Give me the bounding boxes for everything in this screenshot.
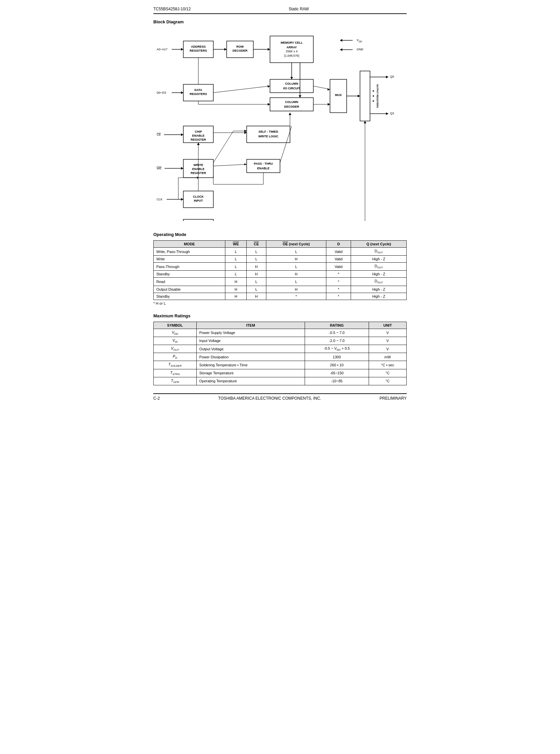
svg-text:ARRAY: ARRAY <box>286 46 297 49</box>
svg-text:256K x 4: 256K x 4 <box>286 49 298 53</box>
footer-company: TOSHIBA AMERICA ELECTRONIC COMPONENTS, I… <box>218 396 321 401</box>
table-row: Write, Pass-Through L L L Valid DOUT <box>154 248 407 256</box>
svg-line-84 <box>213 164 247 166</box>
svg-marker-100 <box>197 143 200 145</box>
svg-marker-50 <box>358 95 360 97</box>
svg-text:GND: GND <box>357 48 364 51</box>
col-mode: MODE <box>154 241 225 248</box>
col-oe: OE (next Cycle) <box>266 241 326 248</box>
svg-text:ADDRESS: ADDRESS <box>191 45 206 48</box>
table-row: VOUT Output Voltage -0.5 ~ VDD + 0.5 V <box>154 345 407 353</box>
svg-marker-10 <box>224 48 227 51</box>
svg-marker-80 <box>181 167 183 170</box>
svg-text:MUX: MUX <box>335 93 342 97</box>
svg-rect-27 <box>270 98 313 111</box>
svg-text:CLOCK: CLOCK <box>193 195 204 198</box>
page-footer: C-2 TOSHIBA AMERICA ELECTRONIC COMPONENT… <box>153 393 407 401</box>
operating-mode-table: MODE WE CE OE (next Cycle) D Q (next Cyc… <box>153 240 407 300</box>
svg-text:ENABLE: ENABLE <box>257 167 269 170</box>
col-d: D <box>326 241 351 248</box>
svg-marker-20 <box>340 39 342 42</box>
table-row: TSTRG Storage Temperature -65~150 °C <box>154 369 407 377</box>
svg-marker-118 <box>299 95 301 98</box>
table-row: Write L L H Valid High - Z <box>154 256 407 263</box>
svg-text:DECODER: DECODER <box>284 105 299 108</box>
table-row: Read H L L * DOUT <box>154 278 407 286</box>
svg-text:ENABLE: ENABLE <box>192 134 204 137</box>
col-rating: RATING <box>305 322 369 329</box>
svg-rect-11 <box>270 36 313 63</box>
table-row: Pass-Through L H L Valid DOUT <box>154 263 407 271</box>
svg-marker-17 <box>268 48 270 51</box>
svg-rect-47 <box>360 71 370 121</box>
svg-line-86 <box>213 131 233 163</box>
max-ratings-section: Maximum Ratings SYMBOL ITEM RATING UNIT … <box>153 313 407 385</box>
svg-text:WRITE LOGIC: WRITE LOGIC <box>258 135 278 138</box>
svg-marker-85 <box>244 163 247 165</box>
svg-line-39 <box>213 86 270 93</box>
block-diagram-section: Block Diagram ADDRESS REGISTERS A0~A17 R… <box>153 19 407 222</box>
col-symbol: SYMBOL <box>154 322 197 329</box>
max-ratings-title: Maximum Ratings <box>153 313 407 318</box>
svg-text:I/O CIRCUIT: I/O CIRCUIT <box>283 87 301 90</box>
svg-marker-88 <box>244 130 247 132</box>
svg-text:COLUMN: COLUMN <box>285 100 298 104</box>
svg-marker-98 <box>181 198 183 201</box>
operating-mode-section: Operating Mode MODE WE CE OE (next Cycle… <box>153 232 407 305</box>
svg-text:REGISTERS: REGISTERS <box>190 49 207 52</box>
table-row: VDD Power Supply Voltage -0.5 ~ 7.0 V <box>154 329 407 337</box>
svg-text:CHIP: CHIP <box>195 130 202 133</box>
col-ce: CE <box>246 241 266 248</box>
svg-marker-32 <box>268 103 270 106</box>
svg-text:Q0: Q0 <box>390 75 394 78</box>
col-item: ITEM <box>196 322 305 329</box>
svg-text:OUTPUT REGISTERS: OUTPUT REGISTERS <box>376 84 379 108</box>
svg-marker-73 <box>289 113 291 115</box>
svg-text:INPUT: INPUT <box>194 199 203 202</box>
svg-text:Q3: Q3 <box>390 112 394 115</box>
svg-text:D0~D3: D0~D3 <box>157 91 166 94</box>
svg-rect-81 <box>247 159 280 173</box>
svg-point-58 <box>373 95 374 97</box>
svg-text:A0~A17: A0~A17 <box>157 48 167 51</box>
svg-text:DECODER: DECODER <box>232 49 248 52</box>
operating-mode-title: Operating Mode <box>153 232 407 237</box>
table-row: TOPR Operating Temperature -10~85 °C <box>154 377 407 385</box>
table-row: Standby L H H * High - Z <box>154 271 407 278</box>
svg-text:PASS - THRU: PASS - THRU <box>254 162 273 165</box>
svg-text:WE: WE <box>157 167 162 170</box>
svg-text:CLK: CLK <box>157 198 163 201</box>
svg-rect-67 <box>247 126 290 143</box>
svg-text:ROW: ROW <box>236 45 244 48</box>
max-ratings-table: SYMBOL ITEM RATING UNIT VDD Power Supply… <box>153 322 407 385</box>
block-diagram-title: Block Diagram <box>153 19 407 24</box>
svg-marker-38 <box>181 91 183 94</box>
header-part-number: TC55BS4258J-10/12 <box>153 7 191 11</box>
svg-marker-53 <box>386 76 388 78</box>
svg-text:COLUMN: COLUMN <box>285 82 298 85</box>
svg-marker-40 <box>267 85 270 88</box>
footer-page: C-2 <box>153 396 160 401</box>
svg-rect-24 <box>270 79 313 93</box>
svg-marker-116 <box>290 77 293 79</box>
svg-text:SELF - TIMED: SELF - TIMED <box>259 130 278 133</box>
svg-marker-114 <box>364 121 366 123</box>
svg-text:REGISTERS: REGISTERS <box>190 92 207 96</box>
block-diagram-svg: ADDRESS REGISTERS A0~A17 ROW DECODER MEM… <box>153 28 407 221</box>
svg-text:CE: CE <box>157 133 161 136</box>
table-row: VIN Input Voltage -2.0 ~ 7.0 V <box>154 337 407 345</box>
svg-text:VDD: VDD <box>357 38 362 43</box>
svg-text:REGISTER: REGISTER <box>191 138 206 141</box>
svg-text:DATA: DATA <box>194 88 202 92</box>
svg-text:MEMORY CELL: MEMORY CELL <box>281 41 303 44</box>
table-row: PD Power Dissipation 1300 mW <box>154 353 407 361</box>
table-row: Standby H H * * High - Z <box>154 293 407 300</box>
col-q: Q (next Cycle) <box>351 241 407 248</box>
svg-marker-23 <box>340 48 342 51</box>
svg-marker-66 <box>181 133 183 136</box>
svg-marker-46 <box>328 103 330 106</box>
col-unit: UNIT <box>369 322 406 329</box>
footnote: * H or L <box>153 301 407 305</box>
svg-rect-105 <box>183 219 213 221</box>
svg-marker-44 <box>327 88 330 91</box>
